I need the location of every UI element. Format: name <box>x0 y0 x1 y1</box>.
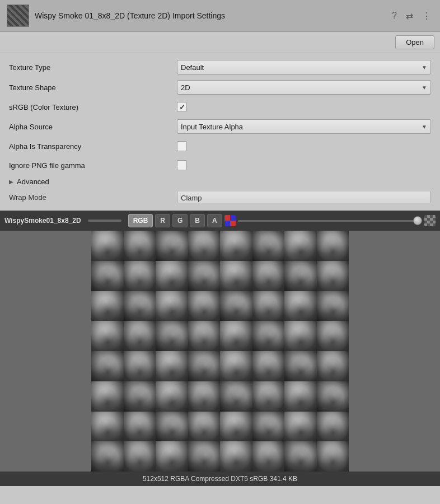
sprite-cell <box>284 441 317 472</box>
open-button[interactable]: Open <box>395 35 434 49</box>
settings-panel: Texture Type Default ▼ Texture Shape 2D … <box>0 53 440 211</box>
sprite-cell <box>252 441 285 472</box>
sprite-cell <box>91 351 124 381</box>
sprite-cell <box>317 412 349 442</box>
sprite-cell <box>252 381 285 412</box>
sprite-cell <box>124 321 156 351</box>
wrap-mode-label: Wrap Mode <box>9 193 177 202</box>
slider-track-line <box>238 220 422 222</box>
sprite-cell <box>252 261 285 291</box>
sprite-cell <box>188 291 221 321</box>
sprite-cell <box>317 351 349 381</box>
channel-rgb-button[interactable]: RGB <box>128 214 153 227</box>
preview-filename: WispySmoke01_8x8_2D <box>4 217 81 225</box>
sprite-cell <box>188 412 221 442</box>
sprite-cell <box>188 261 221 291</box>
sprite-cell <box>220 381 252 412</box>
srgb-row: sRGB (Color Texture) <box>9 100 431 114</box>
sprite-cell <box>188 321 221 351</box>
sprite-cell <box>156 381 188 412</box>
slider-knob[interactable] <box>413 216 422 225</box>
preview-area <box>0 231 440 472</box>
texture-shape-dropdown[interactable]: 2D ▼ <box>177 80 431 95</box>
title-bar-left: Wispy Smoke 01_8x8_2D (Texture 2D) Impor… <box>7 4 225 27</box>
sprite-cell <box>156 291 188 321</box>
sprite-cell <box>91 321 124 351</box>
sprite-cell <box>317 321 349 351</box>
sprite-cell <box>124 261 156 291</box>
open-btn-row: Open <box>0 32 440 53</box>
status-info: 512x512 RGBA Compressed DXT5 sRGB 341.4 … <box>143 475 297 483</box>
sprite-cell <box>252 291 285 321</box>
sprite-cell <box>284 231 317 261</box>
ignore-png-row: Ignore PNG file gamma <box>9 158 431 172</box>
alpha-transparency-label: Alpha Is Transparency <box>9 142 177 151</box>
srgb-control <box>177 102 431 112</box>
more-options-button[interactable]: ⋮ <box>420 10 433 22</box>
sprite-cell <box>317 261 349 291</box>
window-title: Wispy Smoke 01_8x8_2D (Texture 2D) Impor… <box>35 11 225 20</box>
sprite-cell <box>220 412 252 442</box>
texture-type-dropdown[interactable]: Default ▼ <box>177 60 431 74</box>
ignore-png-control <box>177 160 431 170</box>
sprite-cell <box>284 291 317 321</box>
texture-shape-value: 2D <box>181 83 190 92</box>
sprite-cell <box>156 412 188 442</box>
alpha-transparency-row: Alpha Is Transparency <box>9 139 431 153</box>
srgb-checkbox[interactable] <box>177 102 187 112</box>
sprite-cell <box>220 321 252 351</box>
sprite-cell <box>91 261 124 291</box>
zoom-slider-track[interactable] <box>88 220 121 222</box>
alpha-source-dropdown[interactable]: Input Texture Alpha ▼ <box>177 119 431 134</box>
sprite-cell <box>91 412 124 442</box>
sprite-cell <box>91 381 124 412</box>
settings-icon-button[interactable]: ⇄ <box>404 10 415 22</box>
preview-toolbar: WispySmoke01_8x8_2D RGB R G B A <box>0 211 440 231</box>
alpha-transparency-checkbox[interactable] <box>177 141 187 151</box>
channel-r-button[interactable]: R <box>155 214 170 227</box>
sprite-cell <box>252 231 285 261</box>
sprite-cell <box>91 441 124 472</box>
alpha-source-label: Alpha Source <box>9 123 177 131</box>
channel-a-button[interactable]: A <box>207 214 222 227</box>
srgb-label: sRGB (Color Texture) <box>9 103 177 111</box>
sprite-cell <box>220 441 252 472</box>
sprite-cell <box>252 351 285 381</box>
advanced-section[interactable]: ▶ Advanced <box>9 178 431 186</box>
chevron-down-icon-3: ▼ <box>422 124 427 130</box>
wrap-mode-control: Clamp <box>177 192 431 203</box>
sprite-cell <box>317 441 349 472</box>
sprite-cell <box>252 412 285 442</box>
ignore-png-label: Ignore PNG file gamma <box>9 161 177 170</box>
texture-type-value: Default <box>181 63 204 72</box>
chevron-down-icon: ▼ <box>422 64 427 71</box>
sprite-cell <box>220 291 252 321</box>
status-bar: 512x512 RGBA Compressed DXT5 sRGB 341.4 … <box>0 472 440 486</box>
sprite-cell <box>188 351 221 381</box>
sprite-cell <box>124 231 156 261</box>
chevron-down-icon-2: ▼ <box>422 85 427 91</box>
channel-g-button[interactable]: G <box>172 214 188 227</box>
texture-type-control: Default ▼ <box>177 60 431 74</box>
ignore-png-checkbox[interactable] <box>177 160 187 170</box>
wrap-mode-dropdown[interactable]: Clamp <box>177 192 431 203</box>
alpha-transparency-control <box>177 141 431 151</box>
texture-thumbnail <box>7 4 29 27</box>
title-icons: ? ⇄ ⋮ <box>390 10 433 22</box>
sprite-cell <box>284 381 317 412</box>
smoke-sprite-grid <box>91 231 349 472</box>
sprite-cell <box>317 291 349 321</box>
sprite-cell <box>156 351 188 381</box>
sprite-cell <box>188 381 221 412</box>
sprite-cell <box>284 412 317 442</box>
help-button[interactable]: ? <box>390 10 399 22</box>
texture-preview <box>91 231 349 472</box>
sprite-cell <box>284 261 317 291</box>
channel-b-button[interactable]: B <box>190 214 205 227</box>
wrap-mode-value: Clamp <box>181 194 202 202</box>
sprite-cell <box>252 321 285 351</box>
sprite-cell <box>124 291 156 321</box>
sprite-cell <box>284 351 317 381</box>
brightness-slider[interactable] <box>238 220 422 222</box>
checkerboard-icon[interactable] <box>424 215 436 226</box>
